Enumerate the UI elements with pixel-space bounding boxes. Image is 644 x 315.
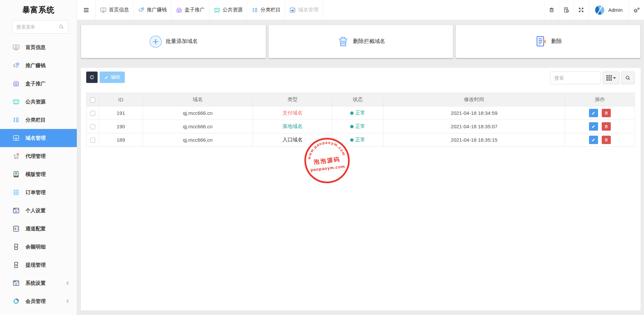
svg-text:$: $ [15,264,17,267]
sidebar-item-home-info[interactable]: 首页信息 [0,38,77,56]
tab-category[interactable]: 分类栏目 [247,0,285,20]
sidebar-item-agent-manage[interactable]: 代理管理 [0,147,77,165]
grid-icon [606,75,612,81]
sidebar-item-box-promote[interactable]: 盒子推广 [0,75,77,93]
clear-cache-button[interactable] [544,0,559,20]
sidebar: 暴富系统 首页信息 $ 推广赚钱 盒子推广 公共资源 [0,0,77,315]
header-select-all [87,93,99,106]
cell-modified: 2021-04-18 18:34:59 [383,106,565,120]
sort-list-icon [12,116,20,124]
cell-type: 落地域名 [282,123,303,129]
header-status: 状态 [332,93,383,106]
sidebar-item-label: 代理管理 [25,153,72,160]
trash-icon [548,7,555,13]
gears-icon [633,7,640,13]
row-delete-button[interactable] [602,136,611,144]
delete-card[interactable]: 删除 [455,25,641,58]
row-edit-button[interactable] [589,122,598,131]
window-tools-icon [12,207,20,215]
sidebar-item-system-settings[interactable]: 系统设置 [0,274,77,292]
search-submit-button[interactable] [621,72,635,84]
cell-modified: 2021-04-18 18:35:15 [383,133,565,147]
edit-button[interactable]: 编辑 [100,72,125,83]
row-edit-button[interactable] [589,109,598,117]
sidebar-item-category[interactable]: 分类栏目 [0,111,77,129]
select-all-checkbox[interactable] [90,97,95,102]
avatar [595,5,605,15]
sidebar-item-label: 通道配置 [25,226,72,232]
settings-button[interactable] [629,0,644,20]
columns-dropdown-button[interactable] [603,72,620,84]
tab-promote-earn[interactable]: $ 推广赚钱 [133,0,171,20]
cart-icon [12,152,20,160]
sidebar-item-balance-detail[interactable]: $ 余额明细 [0,238,77,256]
row-checkbox[interactable] [90,111,95,116]
doc-search-button[interactable] [559,0,574,20]
sidebar-item-label: 域名管理 [25,135,72,141]
username: Admin [608,7,623,13]
trash-icon [604,138,608,142]
sidebar-item-label: 盒子推广 [25,81,72,87]
cell-status: 正常 [355,123,365,129]
table-search-input[interactable] [550,72,601,84]
main-column: 首页信息 $ 推广赚钱 盒子推广 公共资源 分类栏目 [77,0,644,315]
header-id: ID [99,93,143,106]
row-delete-button[interactable] [602,109,611,117]
topbar-tabs: 首页信息 $ 推广赚钱 盒子推广 公共资源 分类栏目 [95,0,323,20]
row-checkbox[interactable] [90,138,95,143]
table-row: 190 qj.mcc666.cn 落地域名 正常 2021-04-18 18:3… [87,120,635,133]
edit-button-label: 编辑 [111,74,120,80]
phone-dollar-icon: $ [12,243,20,251]
cell-id: 190 [99,120,143,133]
fullscreen-button[interactable] [574,0,588,20]
sidebar-item-public-resource[interactable]: 公共资源 [0,93,77,111]
sidebar-item-withdraw-manage[interactable]: $ 提现管理 [0,256,77,274]
batch-add-domain-card[interactable]: 批量添加域名 [81,25,266,58]
toolbar-right [550,72,635,84]
row-delete-button[interactable] [602,122,611,131]
dollar-config-icon: $ [12,225,20,233]
domain-w-icon: w [289,7,296,13]
tab-domain-manage[interactable]: w 域名管理 [285,0,323,20]
header-modified: 修改时间 [383,93,565,106]
chevron-left-icon [65,281,70,285]
pencil-icon [591,111,596,115]
tab-home-info[interactable]: 首页信息 [95,0,133,20]
svg-text:$: $ [15,245,17,249]
open-box-icon [12,80,20,88]
table-row: 189 qj.mcc666.cn 入口域名 正常 2021-04-18 18:3… [87,133,635,147]
user-menu[interactable]: Admin [588,0,629,20]
svg-text:w: w [14,136,17,140]
tab-public-resource[interactable]: 公共资源 [209,0,247,20]
sidebar-item-member-manage[interactable]: 会员管理 [0,292,77,310]
cell-id: 189 [99,133,143,147]
tab-box-promote[interactable]: 盒子推广 [171,0,209,20]
sidebar-item-domain-manage[interactable]: w 域名管理 [0,129,77,147]
monitor-home-icon [12,43,20,51]
expand-icon [578,7,584,13]
refresh-button[interactable] [86,72,98,83]
sidebar-item-template-manage[interactable]: HTML 模版管理 [0,165,77,183]
sidebar-item-personal-settings[interactable]: 个人设置 [0,201,77,220]
caret-down-icon [613,77,616,79]
bus-icon [12,98,20,106]
table-panel: 编辑 [81,68,641,311]
delete-blocked-domain-card[interactable]: 删除拦截域名 [268,25,453,58]
sidebar-item-channel-config[interactable]: $ 通道配置 [0,220,77,238]
row-edit-button[interactable] [589,136,598,144]
row-checkbox[interactable] [90,124,95,129]
sidebar-item-order-manage[interactable]: 订单管理 [0,183,77,201]
megaphone-dollar-icon: $ [138,7,145,13]
sidebar-search [12,20,68,34]
cell-type: 入口域名 [282,137,303,142]
bus-icon [214,7,220,13]
monitor-home-icon [100,7,107,13]
sidebar-item-promote-earn[interactable]: $ 推广赚钱 [0,56,77,75]
pencil-icon [104,75,109,80]
sidebar-toggle-button[interactable] [77,0,95,20]
tab-label: 推广赚钱 [147,7,167,13]
sidebar-item-label: 会员管理 [25,298,65,305]
pencil-icon [591,124,596,129]
megaphone-dollar-icon: $ [12,61,20,70]
sidebar-menu: 首页信息 $ 推广赚钱 盒子推广 公共资源 分类栏目 w 域名管理 [0,38,77,310]
